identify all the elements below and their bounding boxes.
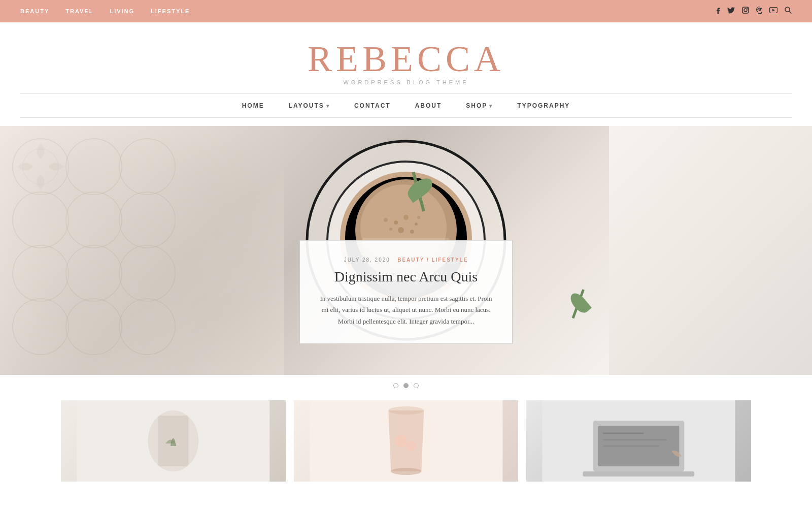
svg-point-24 [394, 220, 398, 225]
instagram-icon[interactable] [742, 7, 749, 16]
nav-typography[interactable]: TYPOGRAPHY [517, 102, 570, 109]
svg-point-38 [395, 435, 407, 447]
svg-point-8 [119, 139, 175, 195]
youtube-icon[interactable] [769, 7, 777, 15]
social-icons [716, 7, 792, 16]
twitter-icon[interactable] [727, 7, 735, 16]
post-title[interactable]: Dignissim nec Arcu Quis [318, 268, 494, 286]
search-icon[interactable] [785, 7, 792, 16]
svg-rect-0 [742, 7, 749, 13]
slider-dot-2[interactable] [403, 383, 409, 388]
site-header: REBECCA WORDPRESS BLOG THEME [0, 22, 812, 93]
nav-contact[interactable]: CONTACT [354, 102, 391, 109]
nav-living[interactable]: LIVING [110, 8, 134, 14]
svg-point-2 [747, 8, 748, 9]
facebook-icon[interactable] [716, 7, 720, 16]
nav-home[interactable]: HOME [242, 102, 264, 109]
post-categories: BEAUTY / LIFESTYLE [397, 257, 468, 263]
nav-beauty[interactable]: BEAUTY [20, 8, 49, 14]
svg-point-36 [388, 406, 424, 415]
svg-point-7 [66, 139, 122, 195]
slider-dot-1[interactable] [393, 383, 398, 388]
top-navigation: BEAUTY TRAVEL LIVING LIFESTYLE [20, 8, 190, 14]
nav-layouts-dropdown: LAYOUTS ▾ [289, 102, 330, 109]
svg-point-31 [384, 218, 388, 222]
post-meta: JULY 28, 2020 BEAUTY / LIFESTYLE [318, 257, 494, 263]
hero-right-texture [609, 126, 812, 375]
nav-travel[interactable]: TRAVEL [65, 8, 93, 14]
svg-point-11 [119, 192, 175, 248]
svg-point-37 [391, 468, 421, 475]
main-nav-wrapper: HOME LAYOUTS ▾ CONTACT ABOUT SHOP ▾ TYPO… [20, 93, 792, 118]
svg-point-25 [403, 215, 409, 220]
featured-post-card: JULY 28, 2020 BEAUTY / LIFESTYLE Digniss… [299, 240, 513, 344]
svg-point-28 [410, 230, 414, 234]
slider-dots [0, 375, 812, 396]
cards-row [0, 400, 812, 482]
svg-point-9 [13, 192, 69, 248]
nav-about[interactable]: ABOUT [415, 102, 442, 109]
svg-point-29 [389, 228, 392, 231]
svg-rect-43 [583, 471, 695, 477]
site-tagline: WORDPRESS BLOG THEME [0, 79, 812, 85]
site-logo[interactable]: REBECCA [0, 41, 812, 77]
card-thumb-2[interactable] [294, 400, 519, 482]
post-date: JULY 28, 2020 [344, 257, 390, 263]
svg-point-27 [398, 227, 404, 233]
svg-point-39 [406, 441, 416, 451]
svg-point-26 [415, 223, 418, 226]
svg-point-15 [13, 299, 69, 355]
post-excerpt: In vestibulum tristique nulla, tempor pr… [318, 293, 494, 327]
nav-lifestyle[interactable]: LIFESTYLE [151, 8, 190, 14]
hero-leaf-2 [572, 289, 585, 319]
card-thumb-1[interactable] [61, 400, 286, 482]
slider-dot-3[interactable] [414, 383, 419, 388]
svg-point-16 [66, 299, 122, 355]
nav-shop-dropdown: SHOP ▾ [466, 102, 493, 109]
svg-point-30 [417, 216, 420, 219]
pinterest-icon[interactable] [756, 7, 762, 16]
hero-left-texture [0, 126, 284, 375]
nav-shop[interactable]: SHOP ▾ [466, 102, 493, 109]
hero-section: JULY 28, 2020 BEAUTY / LIFESTYLE Digniss… [0, 126, 812, 375]
svg-point-12 [13, 245, 69, 301]
svg-point-1 [744, 9, 747, 12]
hero-background: JULY 28, 2020 BEAUTY / LIFESTYLE Digniss… [0, 126, 812, 375]
svg-point-14 [119, 245, 175, 301]
top-bar: BEAUTY TRAVEL LIVING LIFESTYLE [0, 0, 812, 22]
card-thumb-3[interactable] [526, 400, 751, 482]
svg-point-17 [119, 299, 175, 355]
main-navigation: HOME LAYOUTS ▾ CONTACT ABOUT SHOP ▾ TYPO… [20, 94, 792, 117]
svg-point-13 [66, 245, 122, 301]
nav-layouts[interactable]: LAYOUTS ▾ [289, 102, 330, 109]
svg-point-10 [66, 192, 122, 248]
shop-chevron-icon: ▾ [489, 103, 493, 109]
chevron-down-icon: ▾ [326, 103, 330, 109]
